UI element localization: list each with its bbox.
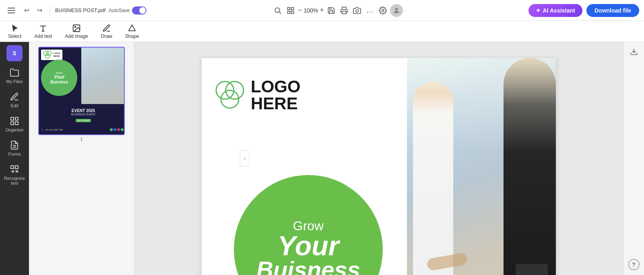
svg-rect-22 xyxy=(15,166,18,169)
sidebar-item-recognize-text[interactable]: Recognize text xyxy=(2,161,27,189)
document-right-section xyxy=(407,58,556,275)
user-avatar[interactable] xyxy=(390,4,403,17)
sidebar-label-my-files: My Files xyxy=(6,79,23,84)
top-bar-center: − 100% + … xyxy=(150,4,525,17)
select-label: Select xyxy=(8,33,21,39)
logo-circles xyxy=(214,79,246,111)
add-text-tool[interactable]: Add text xyxy=(34,24,52,39)
svg-point-8 xyxy=(382,9,384,11)
svg-line-1 xyxy=(279,12,281,14)
your-text: Your xyxy=(278,233,339,258)
svg-point-29 xyxy=(45,54,50,58)
sidebar-item-my-files[interactable]: My Files xyxy=(2,65,27,87)
autosave-area: AutoSave xyxy=(109,6,147,15)
canvas-document: LOGO HERE Grow Your Buisness xyxy=(202,58,556,275)
select-tool[interactable]: Select xyxy=(8,24,21,39)
print-button[interactable] xyxy=(339,5,350,16)
sidebar-item-forms[interactable]: Forms xyxy=(2,137,27,160)
main-area: S My Files Edit Organize Forms Recognize… xyxy=(0,42,644,275)
left-sidebar: S My Files Edit Organize Forms Recognize… xyxy=(0,42,29,275)
svg-point-7 xyxy=(355,9,358,12)
zoom-out-button[interactable]: − xyxy=(298,6,302,15)
thumbnail-preview: LOGOHERE Grow Your Buisness EVENT 2025 B… xyxy=(39,48,125,134)
top-bar-left: ↩ ↪ BUISNESS POST.pdf AutoSave xyxy=(5,4,147,17)
screenshot-button[interactable] xyxy=(351,5,363,16)
draw-tool[interactable]: Draw xyxy=(101,24,112,39)
ai-star-icon: ✦ xyxy=(536,7,541,14)
business-photo xyxy=(407,58,556,275)
thumbnail-panel: LOGOHERE Grow Your Buisness EVENT 2025 B… xyxy=(29,42,134,275)
sidebar-label-forms: Forms xyxy=(8,152,21,156)
search-button[interactable] xyxy=(272,5,283,16)
ai-assistant-button[interactable]: ✦ AI Assistant xyxy=(528,4,582,17)
page-number: 1 xyxy=(78,135,84,143)
thumbnail-page-1[interactable]: LOGOHERE Grow Your Buisness EVENT 2025 B… xyxy=(38,47,125,135)
zoom-level: 100% xyxy=(303,7,318,14)
logo-text: LOGO HERE xyxy=(251,78,301,112)
sidebar-label-edit: Edit xyxy=(11,103,19,108)
add-image-tool[interactable]: Add image xyxy=(65,24,88,39)
svg-rect-5 xyxy=(287,11,290,13)
help-icon[interactable]: ? xyxy=(628,259,640,270)
green-circle-element: Grow Your Buisness xyxy=(234,175,383,275)
zoom-in-button[interactable]: + xyxy=(320,6,324,15)
draw-label: Draw xyxy=(101,33,112,39)
sidebar-item-organize[interactable]: Organize xyxy=(2,113,27,135)
svg-point-28 xyxy=(47,51,52,56)
download-button[interactable]: Download file xyxy=(586,4,639,17)
logo-line2: HERE xyxy=(251,95,301,112)
download-side-icon[interactable] xyxy=(627,45,640,60)
redo-button[interactable]: ↪ xyxy=(34,5,45,16)
shape-label: Shape xyxy=(125,33,139,39)
buisness-text: Buisness xyxy=(256,258,360,275)
menu-button[interactable] xyxy=(5,4,18,17)
sidebar-item-edit[interactable]: Edit xyxy=(2,89,27,111)
svg-rect-16 xyxy=(15,117,18,120)
undo-button[interactable]: ↩ xyxy=(21,5,32,16)
svg-rect-3 xyxy=(291,7,294,10)
add-image-label: Add image xyxy=(65,33,88,39)
svg-rect-6 xyxy=(342,11,346,14)
autosave-label: AutoSave xyxy=(109,8,130,13)
canvas-logo: LOGO HERE xyxy=(214,78,301,112)
sidebar-label-organize: Organize xyxy=(6,127,24,132)
top-bar-right: ✦ AI Assistant Download file xyxy=(528,4,639,17)
sidebar-label-recognize-text: Recognize text xyxy=(4,176,25,185)
svg-rect-17 xyxy=(15,122,18,125)
filename-label: BUISNESS POST.pdf xyxy=(55,7,105,13)
top-bar: ↩ ↪ BUISNESS POST.pdf AutoSave − 100% + … xyxy=(0,0,644,21)
logo-letters: S xyxy=(12,50,16,56)
autosave-toggle[interactable] xyxy=(132,6,147,15)
document-left-section: LOGO HERE Grow Your Buisness xyxy=(202,58,415,275)
svg-rect-4 xyxy=(291,11,294,13)
logo-line1: LOGO xyxy=(251,78,301,95)
shape-tool[interactable]: Shape xyxy=(125,24,139,39)
divider xyxy=(50,5,50,16)
canvas-area[interactable]: LOGO HERE Grow Your Buisness xyxy=(134,42,623,275)
svg-point-9 xyxy=(395,8,398,10)
ai-assistant-label: AI Assistant xyxy=(543,7,575,14)
svg-rect-18 xyxy=(11,122,14,125)
svg-point-14 xyxy=(74,26,76,27)
collapse-panel-button[interactable]: ‹ xyxy=(240,150,250,167)
undo-redo-group: ↩ ↪ xyxy=(21,5,45,16)
app-logo[interactable]: S xyxy=(6,45,23,61)
settings-button[interactable] xyxy=(377,5,388,16)
svg-rect-21 xyxy=(11,166,14,169)
svg-point-0 xyxy=(275,8,280,12)
svg-rect-15 xyxy=(11,117,14,120)
more-options-button[interactable]: … xyxy=(364,5,376,16)
svg-rect-2 xyxy=(287,7,290,10)
toolbar: Select Add text Add image Draw Shape xyxy=(0,21,644,42)
view-mode-button[interactable] xyxy=(285,5,296,16)
add-text-label: Add text xyxy=(34,33,52,39)
right-side-panel: ? xyxy=(623,42,644,275)
save-button[interactable] xyxy=(326,5,337,16)
